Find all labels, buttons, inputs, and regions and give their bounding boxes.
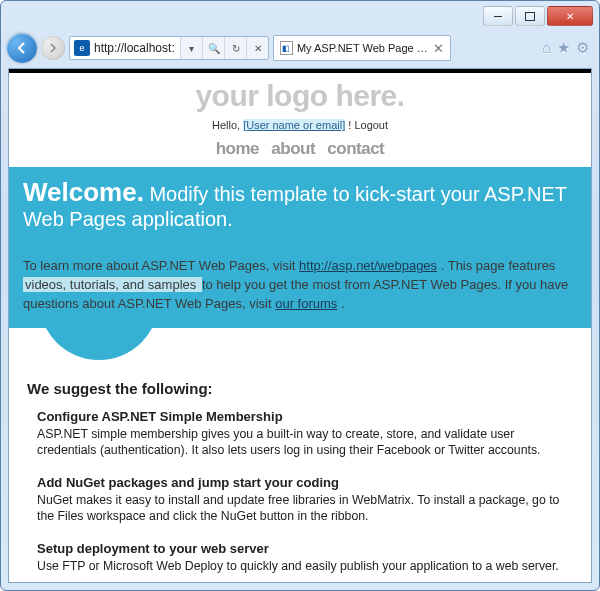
logout-link[interactable]: Logout [354,119,388,131]
suggestion-desc: NuGet makes it easy to install and updat… [37,492,573,525]
suggestions-section: We suggest the following: Configure ASP.… [9,360,591,583]
tab-close-button[interactable]: ✕ [433,41,444,56]
refresh-button[interactable]: ↻ [224,37,246,59]
home-icon[interactable]: ⌂ [542,39,551,57]
nav-home[interactable]: home [216,139,259,158]
hero-banner: Welcome. Modify this template to kick-st… [9,167,591,247]
window-controls [483,6,593,26]
address-bar: e ▾ 🔍 ↻ ✕ [69,36,269,60]
forward-button[interactable] [41,36,65,60]
browser-tab[interactable]: ◧ My ASP.NET Web Page - W... ✕ [273,35,451,61]
suggestion-title: Add NuGet packages and jump start your c… [37,475,573,490]
suggestion-title: Setup deployment to your web server [37,541,573,556]
username-link[interactable]: [User name or email] [243,119,345,131]
address-dropdown-button[interactable]: ▾ [180,37,202,59]
page-header: your logo here. Hello, [User name or ema… [9,73,591,167]
tab-favicon-icon: ◧ [280,41,293,55]
forums-link[interactable]: our forums [275,296,337,311]
suggestion-title: Configure ASP.NET Simple Membership [37,409,573,424]
suggestion-item: Configure ASP.NET Simple Membership ASP.… [37,409,573,459]
browser-window: e ▾ 🔍 ↻ ✕ ◧ My ASP.NET Web Page - W... ✕… [0,0,600,591]
tab-title: My ASP.NET Web Page - W... [297,42,429,54]
intro-end: . [337,296,344,311]
suggestion-item: Add NuGet packages and jump start your c… [37,475,573,525]
hero-intro: To learn more about ASP.NET Web Pages, v… [9,247,591,328]
chrome-icons: ⌂ ★ ⚙ [542,39,593,57]
maximize-button[interactable] [515,6,545,26]
titlebar [1,1,599,31]
browser-toolbar: e ▾ 🔍 ↻ ✕ ◧ My ASP.NET Web Page - W... ✕… [1,31,599,65]
arrow-right-icon [48,43,58,53]
intro-text-1: To learn more about ASP.NET Web Pages, v… [23,258,299,273]
suggestion-item: Setup deployment to your web server Use … [37,541,573,575]
intro-highlight: videos, tutorials, and samples [23,277,202,292]
favicon-icon: e [74,40,90,56]
tools-icon[interactable]: ⚙ [576,39,589,57]
main-nav: home about contact [9,139,591,159]
minimize-button[interactable] [483,6,513,26]
search-button[interactable]: 🔍 [202,37,224,59]
intro-text-2: . This page features [437,258,555,273]
close-button[interactable] [547,6,593,26]
hero-curve [9,328,591,360]
bang-text: ! [345,119,354,131]
address-input[interactable] [94,37,180,59]
suggestion-desc: ASP.NET simple membership gives you a bu… [37,426,573,459]
suggestion-desc: Use FTP or Microsoft Web Deploy to quick… [37,558,573,575]
favorites-icon[interactable]: ★ [557,39,570,57]
arrow-left-icon [15,41,29,55]
page-viewport: your logo here. Hello, [User name or ema… [8,68,592,583]
stop-button[interactable]: ✕ [246,37,268,59]
nav-contact[interactable]: contact [327,139,384,158]
asp-net-link[interactable]: http://asp.net/webpages [299,258,437,273]
hero-welcome: Welcome. [23,177,144,207]
logo: your logo here. [9,79,591,113]
nav-about[interactable]: about [271,139,315,158]
suggestions-heading: We suggest the following: [27,380,573,397]
login-status: Hello, [User name or email] ! Logout [9,119,591,131]
hello-text: Hello, [212,119,243,131]
back-button[interactable] [7,33,37,63]
